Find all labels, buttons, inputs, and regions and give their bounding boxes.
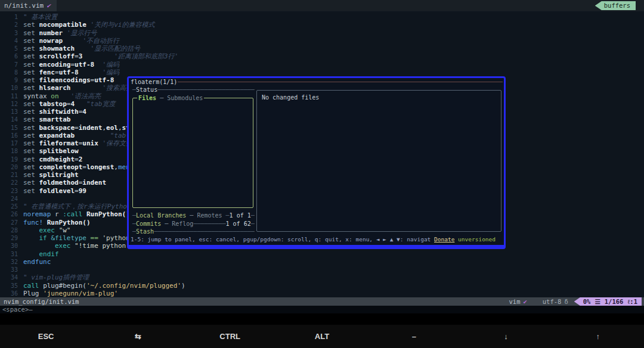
token-opt: fileencodings xyxy=(39,76,91,84)
line-number: 7 xyxy=(0,61,18,69)
extra-key-ctrl[interactable]: CTRL xyxy=(184,325,276,348)
token-opt: backspace xyxy=(39,124,75,132)
line-code: set fenc=utf-8 '编码 xyxy=(23,69,119,76)
token-set: set xyxy=(23,61,39,69)
statusline-right: vim ✔ utf-8 δ 0% ☰ 1/166 ℓ:1 xyxy=(509,297,644,306)
token-ln: ─────────────────────────── xyxy=(157,86,255,93)
vim-tabline: n/init.vim✔ buffers xyxy=(0,0,644,11)
token-kw: func! xyxy=(23,219,47,226)
token-cmt: " 基本设置 xyxy=(23,13,57,21)
extra-key-⇆[interactable]: ⇆ xyxy=(92,325,184,348)
lazygit-stash-panel[interactable]: ─Stash──────────────────────────── xyxy=(132,228,258,235)
token-kw: endfunc xyxy=(23,258,51,266)
token-ln: ─ xyxy=(251,220,255,227)
token-pln: plug#begin( xyxy=(43,282,86,290)
lazygit-branches-panel[interactable]: ─Local Branches ─ Remotes ─1 of 1─ xyxy=(132,212,258,219)
token-grn: == xyxy=(91,234,103,242)
editor-line[interactable]: 1" 基本设置 xyxy=(0,13,644,21)
editor-line[interactable]: 31 endif xyxy=(0,250,644,258)
line-number: 17 xyxy=(0,139,18,147)
line-code: set nowrap '不自动折行 xyxy=(23,37,119,45)
command-line[interactable]: <space>– xyxy=(0,306,644,313)
token-opt: 4 xyxy=(82,108,86,116)
token-pln xyxy=(23,250,39,258)
line-number: 20 xyxy=(0,163,18,171)
token-pln: = xyxy=(75,52,79,60)
token-pln xyxy=(63,37,82,45)
line-number: 27 xyxy=(0,219,18,226)
lazygit-status-panel[interactable]: ─Status─────────────────────────── xyxy=(132,86,253,94)
token-opt: utf-8 xyxy=(75,61,94,69)
extra-key-alt[interactable]: ALT xyxy=(276,325,368,348)
editor-line[interactable]: 36Plug 'junegunn/vim-plug' xyxy=(0,290,644,297)
extra-key-↑[interactable]: ↑ xyxy=(552,325,644,348)
token-opt: fileformat xyxy=(39,139,79,147)
token-pln: ) xyxy=(181,282,185,290)
editor-line[interactable]: 6set scrolloff=3 '距离顶部和底部3行' xyxy=(0,52,644,60)
line-code: set nocompatible '关闭与vi的兼容模式 xyxy=(23,21,154,29)
token-pgrn: Stash xyxy=(136,228,154,235)
token-sec: ─ xyxy=(186,212,197,219)
extra-key-↓[interactable]: ↓ xyxy=(460,325,552,348)
buffers-badge[interactable]: buffers xyxy=(595,1,636,10)
token-ys: '~/.config/nvim/plugged' xyxy=(86,282,181,290)
token-pln: , xyxy=(114,163,118,171)
line-number: 30 xyxy=(0,242,18,250)
token-fn: exec xyxy=(39,226,59,234)
token-str: "w" xyxy=(59,226,71,234)
token-set: set xyxy=(23,124,39,132)
editor-line[interactable]: 33 xyxy=(0,266,644,274)
editor-line[interactable]: 3set number '显示行号 xyxy=(0,29,644,37)
lazygit-files-panel[interactable] xyxy=(132,98,253,208)
editor-line[interactable]: 8set fenc=utf-8 '编码 xyxy=(0,69,644,76)
editor-line[interactable]: 2set nocompatible '关闭与vi的兼容模式 xyxy=(0,21,644,29)
floaterm-title-line xyxy=(178,82,503,82)
token-opt: smarttab xyxy=(39,116,71,123)
filetype-label: vim xyxy=(509,298,520,305)
token-pln xyxy=(70,84,102,92)
token-pln xyxy=(59,92,71,100)
token-pln xyxy=(23,234,39,242)
line-code: set fileformat=unix '保存文件 xyxy=(23,139,132,147)
line-number: 21 xyxy=(0,171,18,179)
token-opt: number xyxy=(39,29,63,37)
editor-line[interactable]: 34" vim-plug插件管理 xyxy=(0,274,644,281)
token-cy: &filetype xyxy=(51,234,90,242)
lazygit-main-panel[interactable]: No changed files xyxy=(256,90,501,232)
floaterm-window[interactable]: floaterm(1/1) ─Status───────────────────… xyxy=(127,76,506,249)
line-number: 32 xyxy=(0,258,18,266)
line-number: 36 xyxy=(0,290,18,297)
token-cmt: '距离顶部和底部3行' xyxy=(114,52,178,60)
token-opt: completeopt xyxy=(39,163,83,171)
token-set: set xyxy=(23,45,39,52)
token-set: set xyxy=(23,171,39,179)
token-sec: ─ Submodules xyxy=(156,95,203,101)
extra-key-–[interactable]: – xyxy=(368,325,460,348)
token-opt: foldmethod xyxy=(39,179,79,187)
token-opt: tabstop xyxy=(39,100,67,108)
line-number: 10 xyxy=(0,84,18,92)
token-cmt: '语法高亮 xyxy=(70,92,101,100)
token-cmt: "tab宽度 xyxy=(86,100,116,108)
line-number: 12 xyxy=(0,100,18,108)
editor-line[interactable]: 5set showmatch '显示匹配的括号 xyxy=(0,45,644,52)
lazygit-commits-panel[interactable]: ─Commits ─ Reflog─────────1 of 62─ xyxy=(132,220,258,228)
editor-line[interactable]: 4set nowrap '不自动折行 xyxy=(0,37,644,45)
token-set: set xyxy=(23,37,39,45)
token-fn: call xyxy=(23,282,43,290)
tab-init-vim[interactable]: n/init.vim✔ xyxy=(0,0,57,11)
line-code: set cmdheight=2 xyxy=(23,156,82,163)
line-number: 35 xyxy=(0,282,18,290)
token-set: set xyxy=(23,163,39,171)
token-opt: indent xyxy=(82,179,106,187)
line-position: 1/166 xyxy=(605,297,624,306)
extra-key-esc[interactable]: ESC xyxy=(0,325,92,348)
token-pln: , xyxy=(118,124,122,132)
token-opt: 2 xyxy=(79,156,83,163)
editor-line[interactable]: 32endfunc xyxy=(0,258,644,266)
token-cmt: " vim-plug插件管理 xyxy=(23,274,89,281)
lazygit-files-panel-title[interactable]: Files ─ Submodules xyxy=(137,94,204,102)
editor-line[interactable]: 35call plug#begin('~/.config/nvim/plugge… xyxy=(0,282,644,290)
editor-line[interactable]: 7set encoding=utf-8 '编码 xyxy=(0,61,644,69)
token-cmt: '编码 xyxy=(103,69,120,76)
